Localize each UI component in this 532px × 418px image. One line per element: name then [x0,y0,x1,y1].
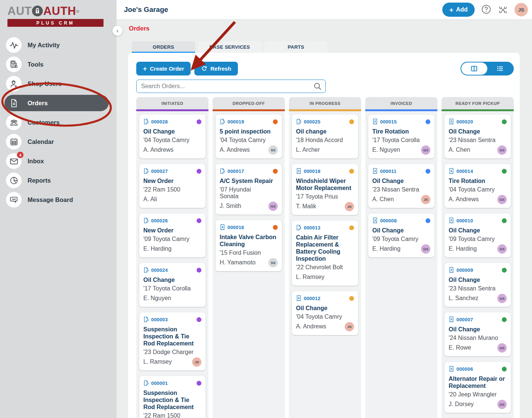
order-vehicle: '23 Dodge Charger [143,349,201,356]
order-edit-icon [143,380,149,386]
order-title: Suspension Inspection & Tie Rod Replacem… [143,326,201,347]
help-button[interactable] [481,4,491,15]
order-edit-icon [143,267,149,273]
order-edit-icon [220,118,225,125]
add-button[interactable]: + Add [442,3,475,17]
order-card[interactable]: $ 000010 Oil Change '09 Toyota Camry E. … [445,213,511,257]
order-number: 000017 [227,168,244,174]
sidebar-item-inbox[interactable]: 4 Inbox [4,153,117,169]
sidebar-collapse-button[interactable]: ‹ [112,26,122,36]
order-card[interactable]: $ 000020 Oil Change '23 Nissan Sentra A.… [445,115,511,158]
sidebar-item-tools[interactable]: Tools [4,56,117,73]
order-title: Oil Change [143,276,201,283]
invoice-icon: $ [296,168,302,174]
order-card[interactable]: $ 000015 Tire Rotation '17 Toyota Coroll… [368,115,434,158]
list-view-button[interactable] [487,62,513,75]
order-card[interactable]: $ 000009 Oil Change '23 Nissan Sentra L.… [445,263,511,307]
order-vehicle: '09 Toyota Camry [372,236,430,242]
column-title: DROPPED-OFF [213,97,285,109]
order-card[interactable]: $ 000018 Windshield Wiper Motor Replacem… [292,164,358,215]
sidebar-item-customers[interactable]: Customers [4,114,117,131]
shop-name: Joe's Garage [124,6,168,14]
brand-tagline: PLUS CRM [7,19,103,27]
order-number: 000027 [151,168,168,174]
plus-icon: + [449,6,453,13]
inbox-icon: 4 [6,153,22,169]
svg-text:$: $ [451,269,452,271]
logo-text-gray: AUT [7,5,32,17]
assignee-avatar: JS [421,195,430,204]
assignee-avatar: GS [497,343,507,353]
order-edit-icon [143,217,149,224]
tools-icon [6,57,22,72]
order-vehicle: '22 Ram 1500 [143,186,201,193]
order-title: Suspension Inspection & Tie Rod Replacem… [143,389,201,411]
board-view-button[interactable] [461,62,487,75]
order-edit-icon [296,224,302,231]
order-card[interactable]: 000003 Suspension Inspection & Tie Rod R… [139,312,206,370]
order-title: Oil change [296,128,354,135]
order-card[interactable]: 000024 Oil Change '17 Toyota Corolla E. … [139,263,206,307]
svg-text:$: $ [375,120,376,123]
tab-base-services[interactable]: BASE SERVICES [198,41,261,53]
order-card[interactable]: $ 000011 Oil Change '23 Nissan Sentra A.… [368,164,434,208]
order-card[interactable]: $ 000016 Intake Valve Carbon Cleaning '1… [216,220,282,271]
status-dot [502,218,507,223]
status-dot [197,268,201,273]
sidebar-item-shop-users[interactable]: Shop Users [4,75,117,92]
order-vehicle: '04 Toyota Camry [143,137,201,144]
order-card[interactable]: 000026 New Order '09 Toyota Camry E. Har… [139,213,206,257]
order-card[interactable]: $ 000012 Oil Change '04 Toyota Camry A. … [292,291,358,335]
order-card[interactable]: 000028 Oil Change '04 Toyota Camry A. An… [139,115,206,158]
search-input[interactable] [136,80,326,93]
order-customer: E. Nguyen [143,295,171,302]
invoice-icon: $ [296,295,302,302]
order-card[interactable]: $ 000007 Oil Change '24 Nissan Murano E.… [445,312,511,356]
search-bar [136,80,326,93]
sidebar-nav: My Activity Tools Shop Users Orders Cust… [0,37,117,208]
status-dot [197,169,201,174]
tools-button[interactable] [498,4,508,15]
invoice-icon: $ [449,118,454,125]
create-order-button[interactable]: + Create Order [136,62,191,75]
column-title: READY FOR PICKUP [442,97,514,109]
svg-text:$: $ [375,170,376,173]
order-customer: J. Smith [220,203,241,209]
order-card[interactable]: 000019 5 point inspection '04 Toyota Cam… [216,115,282,158]
order-title: Intake Valve Carbon Cleaning [220,234,278,248]
sidebar-item-reports[interactable]: Reports [4,172,117,189]
help-icon [481,4,491,15]
sidebar-item-orders[interactable]: Orders [4,95,109,111]
order-card[interactable]: $ 000008 Oil Change '09 Toyota Camry E. … [368,213,434,257]
svg-text:$: $ [375,219,376,222]
order-card[interactable]: 000025 Oil change '18 Honda Accord L. Ar… [292,115,358,158]
order-card[interactable]: 000013 Cabin Air Filter Replacement & Ba… [292,221,358,286]
order-customer: H. Yamamoto [220,259,255,266]
calendar-icon [6,134,22,149]
order-customer: A. Andrews [220,147,250,153]
order-card[interactable]: $ 000014 Tire Rotation '04 Toyota Camry … [445,164,511,208]
tab-orders[interactable]: ORDERS [132,41,195,53]
order-customer: A. Andrews [296,323,326,330]
user-avatar[interactable]: JS [515,3,528,16]
svg-text:$: $ [298,170,300,173]
order-card[interactable]: 000017 A/C System Repair '07 Hyundai Son… [216,164,282,215]
order-vehicle: '15 Ford Fusion [220,250,278,256]
refresh-button[interactable]: Refresh [194,62,238,75]
tab-parts[interactable]: PARTS [264,41,328,53]
sidebar-item-calendar[interactable]: Calendar [4,134,117,150]
order-card[interactable]: 000001 Suspension Inspection & Tie Rod R… [139,376,206,418]
invoice-icon: $ [372,217,378,224]
status-dot [349,119,354,124]
order-card[interactable]: 000027 New Order '22 Ram 1500 A. Ali [139,164,206,208]
sidebar-item-my-activity[interactable]: My Activity [4,37,117,53]
order-card[interactable]: $ 000006 Alternator Repair or Replacemen… [445,362,511,413]
svg-text:$: $ [451,219,452,222]
order-vehicle: '24 Nissan Murano [449,335,507,341]
activity-icon [6,37,22,53]
assignee-avatar: GS [497,294,507,303]
status-dot [502,317,507,322]
sidebar-item-message-board[interactable]: Message Board [4,192,117,208]
status-dot [502,119,507,124]
order-edit-icon [143,316,149,323]
